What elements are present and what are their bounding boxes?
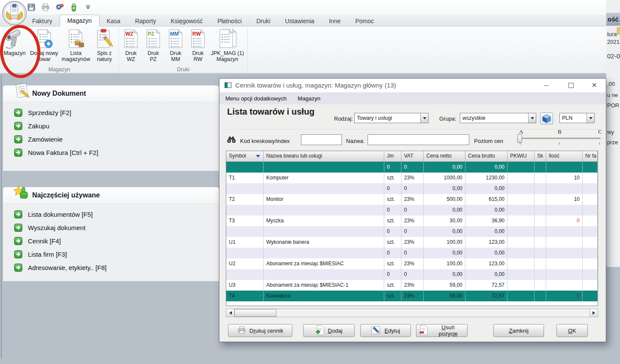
column-header-sk[interactable]: Sk xyxy=(535,151,546,161)
price-level-slider[interactable]: A B C xyxy=(516,128,604,147)
column-header-ilość[interactable]: Ilość xyxy=(546,151,583,161)
save-icon[interactable] xyxy=(27,3,36,12)
close-button[interactable]: ✕ xyxy=(587,79,602,92)
document-plus-icon xyxy=(34,28,55,50)
section-header: Nowy Dokument xyxy=(3,85,219,102)
barcode-label: Kod kreskowy/index xyxy=(240,138,290,144)
nav-item-wyszukaj-dokument[interactable]: Wyszukaj dokument xyxy=(3,221,219,234)
ribbon-button-druk-mm[interactable]: MMDrukMM xyxy=(164,27,187,63)
print-icon[interactable] xyxy=(41,3,50,12)
column-header-jm[interactable]: Jm xyxy=(384,151,401,161)
ribbon-button-druk-wz[interactable]: WZDrukWZ xyxy=(120,27,142,63)
chevron-down-icon[interactable] xyxy=(587,113,594,123)
table-row[interactable]: 000,000,00 xyxy=(226,269,598,280)
chevron-down-icon[interactable] xyxy=(528,113,536,123)
tab-magazyn[interactable]: Magazyn xyxy=(60,15,100,27)
ribbon-button-druk-pz[interactable]: PZDrukPZ xyxy=(142,27,164,63)
slider-track[interactable] xyxy=(519,138,601,139)
table-row[interactable]: 000,000,00 xyxy=(226,226,598,237)
background-text-fragment: prze xyxy=(607,139,618,146)
column-header-nr-fa[interactable]: Nr fa xyxy=(583,151,598,161)
shop-bag-icon[interactable]: $ xyxy=(69,3,79,12)
chevron-down-icon[interactable] xyxy=(420,113,428,123)
tab-kasa[interactable]: Kasa xyxy=(100,15,128,27)
maximize-button[interactable] xyxy=(564,79,578,92)
scroll-right-button[interactable] xyxy=(590,309,598,317)
groups-cube-button[interactable] xyxy=(540,112,553,124)
tab-druki[interactable]: Druki xyxy=(249,15,278,27)
horizontal-scrollbar[interactable] xyxy=(226,309,598,317)
document-boxes-icon xyxy=(65,28,87,50)
table-row[interactable]: 000,000,00 xyxy=(226,248,598,258)
edytuj-button[interactable]: Edytuj xyxy=(360,324,411,337)
table-row[interactable]: T2Monitorszt.23%500,00615,0010 xyxy=(226,194,598,205)
ribbon-button-lista-magazynów[interactable]: Listamagazynów xyxy=(60,27,92,63)
tab-raporty[interactable]: Raporty xyxy=(128,15,163,27)
price-table-header[interactable]: SymbolNazwa towaru lub usługiJmVATCena n… xyxy=(226,151,598,162)
usuń-pozycję-button[interactable]: Usuń pozycję xyxy=(416,324,468,337)
application-window: $ FakturyMagazynKasaRaportyKsięgowośćPła… xyxy=(0,0,620,364)
tab-płatności[interactable]: Płatności xyxy=(210,15,249,27)
table-row[interactable]: 000,000,00 xyxy=(226,205,598,215)
table-row[interactable]: T3Myszkaszt.23%30,0036,900 xyxy=(226,215,598,226)
nav-item-nowa-faktura-ctrl-f2[interactable]: Nowa Faktura [Ctrl + F2] xyxy=(3,146,219,159)
dialog-titlebar[interactable]: Cennik towarów i usług, magazyn: Magazyn… xyxy=(219,79,606,93)
tab-księgowość[interactable]: Księgowość xyxy=(163,15,210,27)
document-badge-icon: WZ xyxy=(122,28,140,50)
dodaj-button[interactable]: Dodaj xyxy=(303,324,355,337)
column-header-nazwa-towaru-lub-usługi[interactable]: Nazwa towaru lub usługi xyxy=(264,151,384,161)
rodzaj-value: Towary i usługi xyxy=(355,115,420,121)
ribbon-button-spis-z-natury[interactable]: Spis znatury xyxy=(92,27,117,63)
drukuj-cennik-button[interactable]: Drukuj cennik xyxy=(228,324,292,337)
memo-pencil-icon xyxy=(12,82,31,102)
column-header-symbol[interactable]: Symbol xyxy=(226,151,264,161)
rodzaj-label: Rodzaj: xyxy=(334,115,353,122)
table-row[interactable]: 000,000,00 xyxy=(226,183,598,194)
cube-icon xyxy=(542,114,551,123)
minimize-button[interactable] xyxy=(539,79,553,92)
rodzaj-select[interactable]: Towary i usługi xyxy=(354,113,429,123)
price-table: SymbolNazwa towaru lub usługiJmVATCena n… xyxy=(226,151,598,306)
grupa-select[interactable]: wszystkie xyxy=(460,113,536,123)
table-row[interactable]: U2Abonament za miesiąc $MIESIACszt.23%10… xyxy=(226,258,598,269)
column-header-vat[interactable]: VAT xyxy=(401,151,424,161)
nav-item-sprzedaży-f2[interactable]: Sprzedaży [F2] xyxy=(3,106,219,119)
nav-item-lista-dokumentów-f5[interactable]: Lista dokumentów [F5] xyxy=(3,208,219,221)
tab-ustawienia[interactable]: Ustawienia xyxy=(278,15,322,27)
column-header-pkwiu[interactable]: PKWiU xyxy=(508,151,535,161)
nav-item-zamówienie[interactable]: Zamówienie xyxy=(3,133,219,146)
scrollbar-thumb[interactable] xyxy=(234,309,277,317)
nav-item-lista-firm-f3[interactable]: Lista firm [F3] xyxy=(3,248,219,261)
table-row[interactable]: 000,000,00 xyxy=(226,162,598,173)
ribbon-button-magazyn[interactable]: Magazyn xyxy=(1,27,28,57)
zamknij-button[interactable]: Zamknij xyxy=(493,324,544,337)
table-row-selected[interactable]: T4Klawiaturaszt.23%59,0072,570 xyxy=(226,291,598,301)
column-header-cena-netto[interactable]: Cena netto xyxy=(424,151,465,161)
tab-pomoc[interactable]: Pomoc xyxy=(348,15,381,27)
ribbon-button-dodaj-nowy-towar[interactable]: Dodaj nowytowar xyxy=(28,27,60,63)
nav-item-adresowanie-etykiety-f8[interactable]: Adresowanie, etykiety.. [F8] xyxy=(3,261,219,274)
table-row[interactable]: U1Wykonanie baneraszt.23%100,00123,00 xyxy=(226,237,598,248)
currency-select[interactable]: PLN xyxy=(559,113,595,123)
svg-text:WZ: WZ xyxy=(125,31,134,37)
nav-item-zakupu[interactable]: Zakupu xyxy=(3,119,219,133)
column-header-cena-brutto[interactable]: Cena brutto xyxy=(465,151,508,161)
tab-inne[interactable]: Inne xyxy=(322,15,348,27)
toolbar-caret-icon[interactable] xyxy=(83,3,93,12)
menu-item-menu-opcji-dodatkowych[interactable]: Menu opcji dodatkowych xyxy=(225,95,286,102)
slider-handle[interactable] xyxy=(517,134,522,143)
app-logo[interactable] xyxy=(2,1,27,25)
ribbon-button-druk-rw[interactable]: RWDrukRW xyxy=(187,27,209,63)
settings-gears-icon[interactable] xyxy=(55,3,64,12)
tab-faktury[interactable]: Faktury xyxy=(25,15,60,27)
ok-button[interactable]: OK xyxy=(556,324,588,337)
barcode-input[interactable] xyxy=(301,134,342,145)
name-input[interactable] xyxy=(368,134,469,145)
section-title: Najczęściej używane xyxy=(32,191,100,199)
menu-item-magazyn[interactable]: Magazyn xyxy=(298,95,320,102)
ribbon-button-jpk-mag-1-magazyn[interactable]: JPK_MAG (1)Magazyn xyxy=(209,27,246,63)
table-row[interactable]: U3Abonament za miesiąc $MIESIAC-1szt.23%… xyxy=(226,280,598,291)
scroll-left-button[interactable] xyxy=(226,309,234,317)
nav-item-cennik-f4[interactable]: Cennik [F4] xyxy=(3,234,219,248)
table-row[interactable]: T1Komputerszt.23%1000,001230,0010 xyxy=(226,173,598,183)
